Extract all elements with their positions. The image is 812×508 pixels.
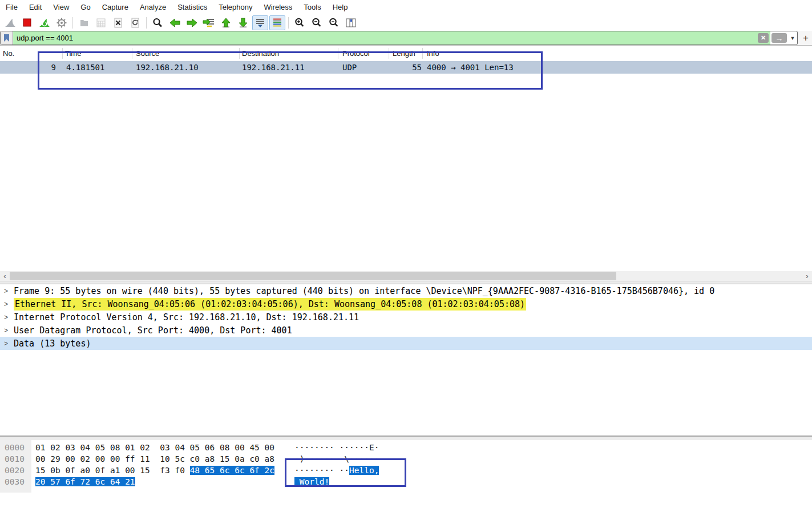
capture-options-button[interactable] [54,15,70,30]
packet-row-selected[interactable]: 9 4.181501 192.168.21.10 192.168.21.11 U… [0,61,812,74]
detail-row-ip[interactable]: > Internet Protocol Version 4, Src: 192.… [0,311,812,324]
menu-view[interactable]: View [47,0,75,15]
hex-bytes-highlight: 20 57 6f 72 6c 64 21 [35,477,135,486]
start-capture-button[interactable] [2,15,18,30]
hex-ascii-highlight: World! [294,477,329,486]
colorize-lines-icon [272,18,283,28]
hex-bytes-highlight: 48 65 6c 6c 6f 2c [190,466,274,475]
packet-no: 9 [0,63,63,72]
hex-bytes-plain: 00 29 00 02 00 00 ff 11 10 5c c0 a8 15 0… [35,454,274,463]
toolbar-separator [288,17,289,29]
arrow-down-icon [237,17,249,29]
restart-fin-icon [38,17,51,29]
column-header-source[interactable]: Source [132,48,240,59]
scroll-right-icon[interactable]: › [802,271,812,281]
arrow-right-icon [186,17,198,29]
horizontal-scrollbar[interactable]: ‹ › [0,271,812,281]
resize-columns-button[interactable] [343,15,359,30]
column-header-destination[interactable]: Destination [240,48,338,59]
detail-text: Internet Protocol Version 4, Src: 192.16… [14,312,359,322]
packet-length: 55 [389,63,423,72]
hex-ascii[interactable]: World! [294,477,329,486]
hex-bytes[interactable]: 01 02 03 04 05 08 01 02 03 04 05 06 08 0… [35,443,290,452]
detail-text: Frame 9: 55 bytes on wire (440 bits), 55… [14,286,714,296]
hex-ascii[interactable]: ········ ··Hello, [294,466,379,475]
detail-text: Data (13 bytes) [14,338,91,349]
filter-input[interactable]: udp.port == 4001 [13,34,756,42]
normal-size-button[interactable] [326,15,342,30]
column-header-time[interactable]: Time [63,48,132,59]
zoom-in-button[interactable] [292,15,308,30]
menu-edit[interactable]: Edit [23,0,47,15]
menu-tools[interactable]: Tools [298,0,326,15]
scroll-left-icon[interactable]: ‹ [0,271,10,281]
hex-ascii[interactable]: ········ ······E· [294,443,379,452]
menu-wireless[interactable]: Wireless [258,0,298,15]
expand-chevron-icon[interactable]: > [0,300,14,308]
menu-analyze[interactable]: Analyze [134,0,172,15]
last-packet-button[interactable] [235,15,251,30]
open-file-button[interactable] [76,15,92,30]
stop-capture-button[interactable] [19,15,35,30]
previous-packet-button[interactable] [167,15,183,30]
expand-chevron-icon[interactable]: > [0,326,14,334]
hex-bytes[interactable]: 20 57 6f 72 6c 64 21 [35,477,290,486]
save-file-button[interactable] [93,15,109,30]
menu-capture[interactable]: Capture [96,0,134,15]
zoom-out-button[interactable] [309,15,325,30]
close-file-button[interactable] [110,15,126,30]
expand-chevron-icon[interactable]: > [0,313,14,321]
menu-statistics[interactable]: Statistics [172,0,213,15]
first-packet-button[interactable] [218,15,234,30]
next-packet-button[interactable] [184,15,200,30]
filter-input-area: udp.port == 4001 ✕ [13,31,770,45]
menu-bar: File Edit View Go Capture Analyze Statis… [0,0,812,15]
go-to-packet-button[interactable] [201,15,217,30]
restart-capture-button[interactable] [37,15,52,30]
detail-row-udp[interactable]: > User Datagram Protocol, Src Port: 4000… [0,324,812,337]
packet-source: 192.168.21.10 [132,63,240,72]
reload-file-button[interactable] [127,15,143,30]
auto-scroll-button[interactable] [252,15,268,30]
expand-chevron-icon[interactable]: > [0,340,14,348]
pane-splitter[interactable] [0,436,812,440]
packet-list-empty-area [0,74,812,271]
filter-clear-button[interactable]: ✕ [758,33,769,43]
filter-add-button[interactable]: + [800,33,811,44]
expand-chevron-icon[interactable]: > [0,287,14,295]
scrollbar-thumb[interactable] [10,272,616,280]
hex-bytes-plain: 15 0b 0f a0 0f a1 00 15 f3 f0 [35,466,190,475]
filter-apply-button[interactable]: → [771,33,787,43]
hex-bytes[interactable]: 00 29 00 02 00 00 ff 11 10 5c c0 a8 15 0… [35,454,290,463]
colorize-packets-button[interactable] [269,15,285,30]
hex-bytes[interactable]: 15 0b 0f a0 0f a1 00 15 f3 f0 48 65 6c 6… [35,466,290,475]
hex-ascii-plain: ·)······ ·\······ [294,454,379,463]
hex-ascii-plain: ········ ······E· [294,443,379,452]
menu-file[interactable]: File [0,0,23,15]
hex-ascii[interactable]: ·)······ ·\······ [294,454,379,463]
column-header-length[interactable]: Length [389,48,423,59]
menu-go[interactable]: Go [75,0,96,15]
hex-row[interactable]: 0010 00 29 00 02 00 00 ff 11 10 5c c0 a8… [0,453,812,465]
column-header-protocol[interactable]: Protocol [338,48,389,59]
column-header-info[interactable]: Info [423,48,812,59]
main-toolbar [0,15,812,31]
menu-telephony[interactable]: Telephony [213,0,258,15]
filter-bookmark-button[interactable] [1,31,13,45]
arrow-left-icon [169,17,181,29]
find-packet-button[interactable] [150,15,165,30]
detail-row-ethernet[interactable]: > Ethernet II, Src: Woonsang_04:05:06 (0… [0,297,812,311]
arrow-up-icon [220,17,232,29]
zoom-normal-icon [328,17,340,29]
bookmark-icon [4,34,9,42]
column-header-no[interactable]: No. [0,48,63,59]
packet-destination: 192.168.21.11 [240,63,338,72]
hex-row[interactable]: 0000 01 02 03 04 05 08 01 02 03 04 05 06… [0,442,812,453]
filter-dropdown-button[interactable]: ▼ [788,31,797,45]
chevron-down-icon: ▼ [790,35,795,41]
menu-help[interactable]: Help [327,0,354,15]
detail-row-frame[interactable]: > Frame 9: 55 bytes on wire (440 bits), … [0,284,812,297]
hex-row[interactable]: 0030 20 57 6f 72 6c 64 21 World! [0,476,812,487]
detail-row-data[interactable]: > Data (13 bytes) [0,337,812,350]
hex-row[interactable]: 0020 15 0b 0f a0 0f a1 00 15 f3 f0 48 65… [0,465,812,476]
